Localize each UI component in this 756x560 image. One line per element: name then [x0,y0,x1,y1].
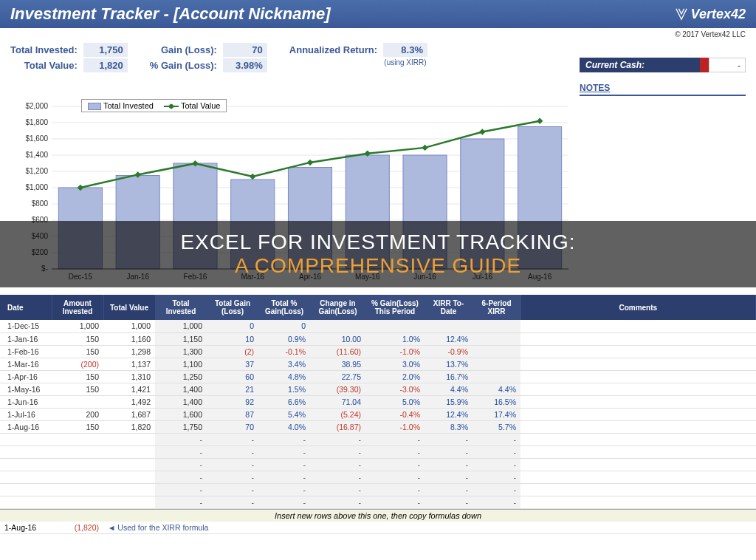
xirr-formula-row: 1-Aug-16 (1,820) ◄ Used for the XIRR for… [0,522,756,534]
legend-bar-icon [88,103,101,110]
svg-rect-35 [307,160,313,165]
svg-text:$1,600: $1,600 [25,134,48,143]
table-row[interactable]: 1-Jul-162001,6871,600875.4%(5.24)-0.4%12… [0,408,756,420]
brand-logo: Vertex42 [675,7,746,22]
col-header: Total Value [103,295,155,320]
gain-label: Gain (Loss): [150,43,217,57]
overlay-line2: A COMPREHENSIVE GUIDE [235,254,521,278]
data-table-wrap: DateAmount InvestedTotal ValueTotal Inve… [0,295,756,534]
svg-rect-39 [537,118,543,124]
col-header: XIRR To-Date [425,295,472,320]
svg-text:$2,000: $2,000 [25,102,48,110]
table-row[interactable]: 1-Jan-161501,1601,150100.9%10.001.0%12.4… [0,332,756,345]
table-row[interactable]: 1-Apr-161501,3101,250604.8%22.752.0%16.7… [0,370,756,383]
col-header: % Gain(Loss) This Period [365,295,425,320]
svg-rect-34 [250,174,255,180]
table-row[interactable]: 1-May-161501,4211,400211.5%(39.30)-3.0%4… [0,383,756,395]
svg-text:$800: $800 [32,199,49,208]
overlay-banner: EXCEL FOR INVESTMENT TRACKING: A COMPREH… [0,221,756,287]
table-row[interactable]: 1-Jun-161,4921,400926.6%71.045.0%15.9%16… [0,395,756,408]
gain-value: 70 [223,43,267,57]
cash-label: Current Cash: [580,58,700,72]
col-header: Amount Invested [52,295,103,320]
table-row[interactable]: 1-Mar-16(200)1,1371,100373.4%38.953.0%13… [0,358,756,370]
total-invested-value: 1,750 [83,43,128,57]
col-header: Total Gain (Loss) [207,295,258,320]
table-row-empty[interactable]: ------- [0,433,756,445]
page-title: Investment Tracker - [Account Nickname] [10,4,331,24]
copyright: © 2017 Vertex42 LLC [0,28,756,38]
col-header: 6-Period XIRR [472,295,520,320]
table-row[interactable]: 1-Feb-161501,2981,300(2)-0.1%(11.60)-1.0… [0,345,756,358]
pct-gain-label: % Gain (Loss): [150,58,217,72]
table-body: 1-Dec-151,0001,0001,000001-Jan-161501,16… [0,320,756,508]
table-row-empty[interactable]: ------- [0,471,756,483]
table-row-empty[interactable]: ------- [0,458,756,471]
table-row[interactable]: 1-Aug-161501,8201,750704.0%(16.87)-1.0%8… [0,420,756,433]
pct-gain-value: 3.98% [223,58,267,72]
current-cash-bar: Current Cash: - [580,58,746,72]
watermark: Advice [698,537,747,554]
ann-return-value: 8.3% [383,43,427,57]
notes-header: NOTES [580,83,746,96]
vertex-icon [675,7,688,21]
svg-text:$1,000: $1,000 [25,183,48,191]
cash-indicator [700,58,709,72]
data-table: DateAmount InvestedTotal ValueTotal Inve… [0,295,756,509]
col-header: Date [0,295,52,320]
svg-text:$1,200: $1,200 [25,167,48,175]
table-row-empty[interactable]: ------- [0,483,756,496]
summary-row: Total Invested: 1,750 Total Value: 1,820… [0,38,756,96]
total-value-value: 1,820 [83,58,128,72]
chart-legend: Total Invested Total Value [81,99,227,112]
ann-return-label: Annualized Return: [289,43,377,57]
table-row-empty[interactable]: ------- [0,496,756,508]
table-row[interactable]: 1-Dec-151,0001,0001,00000 [0,320,756,332]
svg-text:$1,800: $1,800 [25,118,48,126]
ann-return-sub: (using XIRR) [383,58,427,66]
table-header-row: DateAmount InvestedTotal ValueTotal Inve… [0,295,756,320]
legend-line-icon [164,106,179,107]
svg-rect-38 [479,129,485,134]
table-row-empty[interactable]: ------- [0,445,756,458]
col-header: Change in Gain(Loss) [310,295,365,320]
svg-text:$1,400: $1,400 [25,151,48,159]
svg-rect-37 [422,145,427,151]
insert-note: Insert new rows above this one, then cop… [0,509,756,522]
title-bar: Investment Tracker - [Account Nickname] … [0,0,756,28]
total-invested-label: Total Invested: [10,43,78,57]
overlay-line1: EXCEL FOR INVESTMENT TRACKING: [180,231,575,254]
cash-value[interactable]: - [709,58,746,72]
col-header: Total Invested [155,295,207,320]
total-value-label: Total Value: [10,58,78,72]
col-header: Comments [520,295,756,320]
col-header: Total % Gain(Loss) [258,295,310,320]
